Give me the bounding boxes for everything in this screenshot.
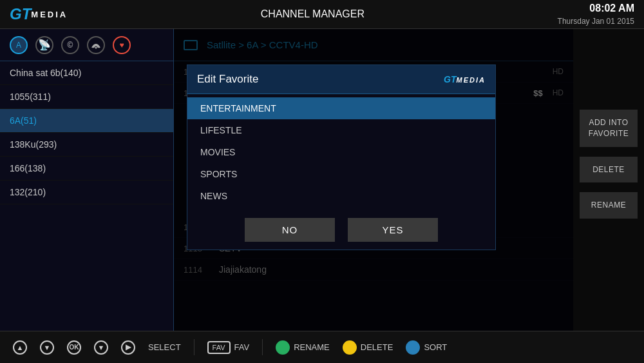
dialog-overlay: Edit Favorite GTMEDIA ENTERTAINMENT LIFE… [174,29,573,331]
fav-label: FAV [234,342,250,352]
sidebar-icon-bar: A 📡 © ♥ [0,29,173,61]
fav-icon[interactable]: FAV [207,341,231,354]
dialog-yes-button[interactable]: YES [348,218,438,242]
sat-item-138ku[interactable]: 138Ku(293) [0,133,173,157]
add-favorite-button[interactable]: ADD INTOFAVORITE [580,110,638,147]
all-filter-icon[interactable]: A [10,36,28,54]
page-title: CHANNEL MANAGER [261,8,365,20]
logo-media: MEDIA [31,10,68,19]
footer-ok: OK [67,340,81,355]
right-icon[interactable]: ▶ [121,340,135,355]
delete-circle-icon [343,340,357,355]
down2-icon[interactable]: ▼ [94,340,108,355]
sort-circle-icon [406,340,420,355]
dialog-body: ENTERTAINMENT LIFESTLE MOVIES SPORTS NEW… [187,94,495,210]
logo: GT MEDIA [10,5,68,23]
select-label: SELECT [148,342,181,352]
footer-sort: SORT [406,340,447,355]
dialog-footer: NO YES [187,210,495,250]
rename-label: RENAME [294,342,330,352]
ok-icon[interactable]: OK [67,340,81,355]
action-buttons: ADD INTOFAVORITE DELETE RENAME [573,29,644,331]
sat-item-132[interactable]: 132(210) [0,181,173,204]
edit-favorite-dialog: Edit Favorite GTMEDIA ENTERTAINMENT LIFE… [187,64,496,250]
rename-circle-icon [276,340,290,355]
footer: ▲ ▼ OK ▼ ▶ SELECT FAV FAV RENAME DELETE … [0,331,644,363]
footer-delete: DELETE [343,340,393,355]
up-icon[interactable]: ▲ [13,340,27,355]
datetime: 08:02 AM Thursday Jan 01 2015 [558,1,634,26]
sat-item-1055[interactable]: 1055(311) [0,85,173,109]
time-display: 08:02 AM [558,1,634,15]
copyright-filter-icon[interactable]: © [61,36,79,54]
favorite-item-entertainment[interactable]: ENTERTAINMENT [187,97,495,119]
footer-down: ▼ [40,340,54,355]
dialog-logo: GTMEDIA [444,74,486,84]
date-display: Thursday Jan 01 2015 [558,16,634,27]
favorite-filter-icon[interactable]: ♥ [113,36,131,54]
footer-select-label: SELECT [148,342,181,352]
satellite-list: China sat 6b(140) 1055(311) 6A(51) 138Ku… [0,61,173,331]
signal-filter-icon[interactable] [87,36,105,54]
header: GT MEDIA CHANNEL MANAGER 08:02 AM Thursd… [0,0,644,29]
logo-gt: GT [10,5,31,23]
dialog-no-button[interactable]: NO [245,218,335,242]
down-icon[interactable]: ▼ [40,340,54,355]
footer-right: ▶ [121,340,135,355]
sidebar: A 📡 © ♥ China sat 6b(140) 1055(311) 6A(5… [0,29,174,331]
footer-up: ▲ [13,340,27,355]
svg-point-0 [95,46,97,48]
sort-label: SORT [424,342,447,352]
footer-fav: FAV FAV [207,341,250,354]
footer-separator [194,339,194,355]
favorite-item-news[interactable]: NEWS [187,185,495,207]
favorite-item-movies[interactable]: MOVIES [187,141,495,163]
footer-rename: RENAME [276,340,330,355]
dialog-header: Edit Favorite GTMEDIA [187,65,495,94]
sat-item-6a[interactable]: 6A(51) [0,109,173,133]
rename-button[interactable]: RENAME [580,192,638,219]
favorite-item-sports[interactable]: SPORTS [187,163,495,185]
footer-down2: ▼ [94,340,108,355]
delete-button[interactable]: DELETE [580,157,638,183]
sat-item-china6b[interactable]: China sat 6b(140) [0,61,173,85]
favorite-item-lifestyle[interactable]: LIFESTLE [187,119,495,141]
sat-item-166[interactable]: 166(138) [0,157,173,181]
dialog-title: Edit Favorite [197,73,258,86]
footer-separator2 [262,339,263,355]
satellite-filter-icon[interactable]: 📡 [35,36,53,54]
delete-label: DELETE [361,342,393,352]
